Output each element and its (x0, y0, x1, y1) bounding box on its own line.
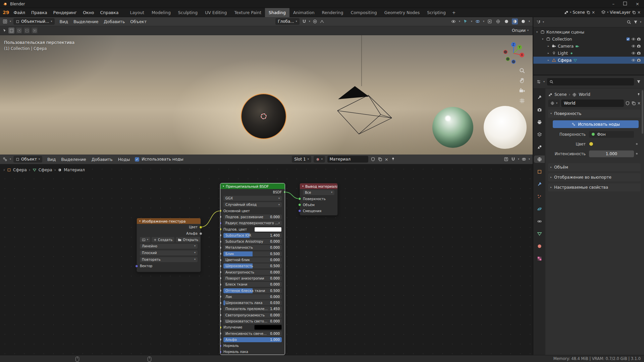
material-slot-dropdown[interactable]: Slot 1 ▾ (292, 156, 311, 163)
breadcrumb-scene[interactable]: Scene (554, 92, 567, 97)
shader-menu-вид[interactable]: Вид (45, 155, 58, 164)
bsdf-in-5[interactable] (220, 240, 222, 243)
editor-type-properties-icon[interactable] (536, 79, 541, 84)
hide-viewport-eye-icon[interactable] (631, 37, 636, 41)
workspace-tab-layout[interactable]: Layout (126, 8, 148, 17)
viewport-menu-вид[interactable]: Вид (57, 17, 71, 26)
workspace-tab-uv-editing[interactable]: UV Editing (201, 8, 230, 17)
shader-menu-добавить[interactable]: Добавить (89, 155, 115, 164)
properties-tab-render[interactable] (535, 106, 544, 113)
collapse-node-icon[interactable]: ▾ (302, 185, 304, 188)
surface-shader-dropdown[interactable]: Фон (589, 131, 634, 138)
properties-tab-texture[interactable] (535, 255, 544, 262)
proportional-editing-icon[interactable] (313, 19, 317, 24)
copy-material-icon[interactable] (378, 157, 382, 162)
image-browse-button[interactable]: ▾ (140, 237, 150, 242)
texture-dropdown-0[interactable]: Линейно▾ (140, 244, 198, 249)
scene-selector[interactable]: ▾ Scene × (562, 9, 596, 16)
bsdf-slider-1[interactable]: Подпов. рассеивание0.000 (223, 215, 282, 220)
properties-search-input[interactable] (547, 78, 634, 85)
shader-type-dropdown[interactable]: Объект ▾ (13, 156, 42, 163)
selectable-checkbox[interactable] (626, 37, 630, 41)
minimize-button[interactable]: – (612, 2, 615, 6)
unlink-material-icon[interactable]: × (385, 157, 388, 162)
workspace-tab-scripting[interactable]: Scripting (423, 8, 449, 17)
outliner-row-collection[interactable]: ▾Collection (533, 36, 644, 43)
properties-scrollbar[interactable] (642, 90, 643, 134)
shading-wireframe-button[interactable] (495, 18, 501, 24)
bsdf-in-22[interactable] (220, 344, 222, 347)
active-tool-icon[interactable] (3, 28, 7, 33)
select-mode-subtract-button[interactable] (24, 27, 30, 34)
bsdf-slider-16[interactable]: Показатель преломления1.450 (223, 306, 282, 311)
move-view-hand-icon[interactable] (519, 77, 525, 84)
view-layer-selector[interactable]: ▾ ViewLayer × (600, 9, 642, 16)
properties-tab-view-layer[interactable] (535, 131, 544, 138)
collapse-node-icon[interactable]: ▾ (139, 220, 141, 223)
bsdf-in-2[interactable] (220, 222, 222, 225)
texture-dropdown-2[interactable]: Повторять▾ (140, 257, 198, 262)
bsdf-in-15[interactable] (220, 301, 222, 304)
bsdf-slider-7[interactable]: Блик0.500 (223, 251, 282, 256)
bsdf-slider-18[interactable]: Шероховатость светопропускае0.000 (223, 319, 282, 324)
filter-funnel-icon[interactable] (633, 20, 638, 24)
workspace-tab-animation[interactable]: Animation (289, 8, 318, 17)
workspace-tab-modeling[interactable]: Modeling (148, 8, 174, 17)
chevron-down-icon[interactable]: ▾ (541, 38, 544, 41)
properties-tab-particles[interactable] (535, 193, 544, 200)
navigation-gizmo[interactable]: Z Y X (501, 41, 526, 65)
breadcrumb-material[interactable]: Материал (64, 168, 85, 172)
viewport-menu-выделение[interactable]: Выделение (71, 17, 101, 26)
chevron-right-icon[interactable]: ▸ (547, 45, 550, 48)
panel-collapsed-1[interactable]: ▸Отображение во вьюпорте (548, 173, 641, 181)
gizmo-toggle[interactable] (463, 18, 469, 24)
hide-render-camera-icon[interactable] (637, 58, 641, 62)
bsdf-in-3[interactable] (220, 228, 222, 231)
tex-out-1[interactable] (199, 232, 202, 235)
subsurface-method-dropdown[interactable]: Случайный обход ▾ (223, 202, 282, 207)
unlink-world-icon[interactable]: × (637, 101, 641, 106)
bsdf-slider-6[interactable]: Металличность0.000 (223, 245, 282, 250)
workspace-tab-shading[interactable]: Shading (265, 8, 289, 17)
bsdf-slider-14[interactable]: Лак0.000 (223, 294, 282, 299)
principled-bsdf-node-header[interactable]: ▾ Принципиальный BSDF (220, 183, 285, 189)
workspace-tab-compositing[interactable]: Compositing (347, 8, 380, 17)
bsdf-in-7[interactable] (220, 252, 222, 255)
use-nodes-button[interactable]: Использовать ноды (553, 120, 639, 128)
select-mode-extend-button[interactable] (16, 27, 22, 34)
properties-tab-output[interactable] (535, 118, 544, 126)
strength-number-field[interactable]: 1.000 (589, 150, 634, 157)
bsdf-slider-12[interactable]: Блеск ткани0.000 (223, 282, 282, 287)
hide-render-camera-icon[interactable] (637, 37, 641, 41)
principled-bsdf-node[interactable]: ▾ Принципиальный BSDF BSDF GGX ▾ Случайн… (220, 183, 285, 355)
editor-type-outliner-icon[interactable] (536, 20, 541, 24)
bsdf-in-11[interactable] (220, 277, 222, 280)
outliner-row-camera[interactable]: ▸Camera (533, 43, 644, 50)
menu-окно[interactable]: Окно (80, 8, 97, 17)
menu-правка[interactable]: Правка (28, 8, 50, 17)
texture-dropdown-1[interactable]: Плоский▾ (140, 250, 198, 255)
bsdf-slider-11[interactable]: Поворот анизотропии0.000 (223, 276, 282, 281)
use-nodes-checkbox[interactable]: ✓ (135, 157, 139, 162)
breadcrumb-object[interactable]: Сфера (13, 168, 27, 172)
workspace-tab-texture-paint[interactable]: Texture Paint (230, 8, 265, 17)
chevron-right-icon[interactable]: ▸ (547, 52, 550, 55)
bsdf-in-14[interactable] (220, 295, 222, 298)
menu-справка[interactable]: Справка (97, 8, 121, 17)
viewport-menu-добавить[interactable]: Добавить (101, 17, 127, 26)
bsdf-in-20[interactable] (220, 332, 222, 335)
workspace-tab-sculpting[interactable]: Sculpting (174, 8, 201, 17)
hide-viewport-eye-icon[interactable] (631, 58, 636, 62)
hide-render-camera-icon[interactable] (637, 44, 641, 48)
node-snap-arrow-icon[interactable] (504, 157, 508, 162)
shader-menu-выделение[interactable]: Выделение (58, 155, 89, 164)
fake-user-shield-icon[interactable] (625, 101, 630, 106)
menu-рендеринг[interactable]: Рендеринг (50, 8, 80, 17)
bsdf-in-1[interactable] (220, 216, 222, 219)
image-texture-node[interactable]: ▾ Изображение-текстура ЦветАльфа ▾ Созда… (137, 218, 201, 272)
bsdf-in-12[interactable] (220, 283, 222, 286)
toggle-grid-icon[interactable] (519, 98, 525, 104)
options-dropdown[interactable]: Опции ▾ (512, 28, 530, 33)
surface-panel-header[interactable]: ▾ Поверхность (548, 110, 641, 118)
overlays-icon[interactable] (522, 157, 526, 162)
